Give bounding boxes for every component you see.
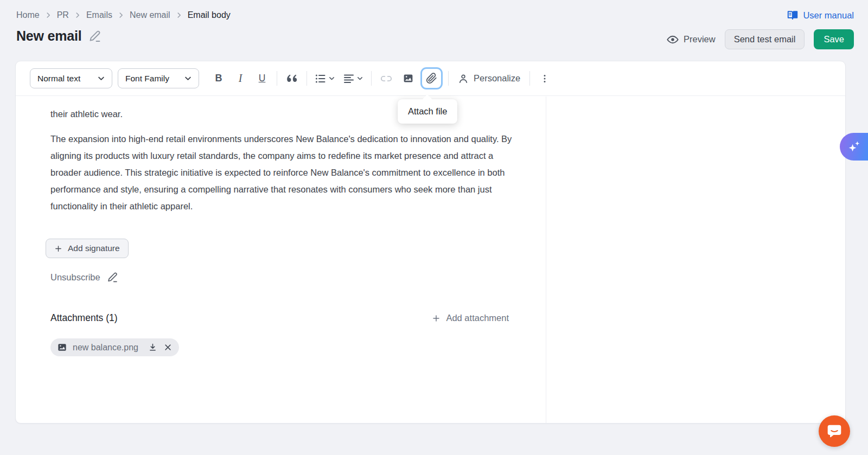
chevron-right-icon: [74, 12, 81, 18]
add-attachment-label: Add attachment: [446, 313, 509, 323]
breadcrumb-home[interactable]: Home: [16, 10, 40, 20]
chevron-right-icon: [118, 12, 124, 18]
plus-icon: [432, 314, 441, 323]
kebab-menu-icon: [539, 73, 550, 84]
eye-icon: [667, 34, 679, 46]
attachment-list: new balance.png: [50, 338, 546, 356]
paperclip-icon: [426, 73, 437, 84]
toolbar-divider: [277, 71, 277, 86]
download-icon: [148, 343, 157, 352]
toolbar-divider: [307, 71, 307, 86]
underline-button[interactable]: U: [251, 68, 273, 89]
text-align-button[interactable]: [339, 68, 367, 89]
unsubscribe-label: Unsubscribe: [50, 272, 100, 283]
email-editor-page: Home PR Emails New email Email body User…: [0, 0, 868, 455]
attach-file-button-active[interactable]: [420, 67, 443, 89]
personalize-label: Personalize: [474, 73, 520, 84]
unsubscribe-row: Unsubscribe: [50, 272, 546, 283]
send-test-email-button[interactable]: Send test email: [725, 29, 805, 49]
font-family-dropdown[interactable]: Font Family: [118, 68, 199, 88]
bullet-list-icon: [315, 73, 326, 84]
signature-row: Add signature: [46, 239, 546, 258]
font-family-value: Font Family: [125, 74, 169, 84]
insert-image-button[interactable]: [397, 68, 419, 89]
add-signature-button[interactable]: Add signature: [46, 239, 129, 258]
edit-unsubscribe-pencil-icon[interactable]: [107, 272, 118, 283]
edit-title-pencil-icon[interactable]: [88, 30, 101, 43]
chevron-down-icon: [329, 75, 335, 81]
personalize-button[interactable]: Personalize: [452, 73, 526, 84]
add-attachment-button[interactable]: Add attachment: [432, 313, 509, 323]
more-options-kebab-button[interactable]: [534, 68, 556, 89]
chat-bubble-icon: [826, 423, 843, 439]
image-icon: [403, 73, 414, 84]
breadcrumb-pr[interactable]: PR: [57, 10, 69, 20]
attachments-header: Attachments (1) Add attachment: [50, 312, 509, 324]
chevron-right-icon: [45, 12, 52, 18]
download-attachment-button[interactable]: [148, 343, 157, 352]
email-body-editor[interactable]: their athletic wear. The expansion into …: [16, 97, 546, 423]
breadcrumb-emails[interactable]: Emails: [86, 10, 112, 20]
user-manual-link[interactable]: User manual: [787, 9, 854, 21]
chat-widget-button[interactable]: [819, 415, 850, 447]
bold-button[interactable]: B: [208, 68, 229, 89]
plus-icon: [54, 245, 62, 253]
ai-assistant-button[interactable]: [840, 133, 868, 161]
title-row: New email: [16, 28, 101, 44]
book-icon: [787, 9, 799, 21]
attach-file-tooltip: Attach file: [398, 99, 457, 124]
image-file-icon: [57, 342, 67, 353]
editor-toolbar: Normal text Font Family B I U: [16, 61, 845, 96]
quote-icon: [286, 74, 297, 82]
close-icon: [164, 343, 172, 351]
sparkles-icon: [847, 139, 861, 154]
insert-link-button-disabled: [375, 68, 397, 89]
editor-right-panel: [546, 97, 845, 423]
chevron-down-icon: [357, 75, 363, 81]
preview-button[interactable]: Preview: [667, 34, 716, 46]
breadcrumb: Home PR Emails New email Email body: [16, 10, 231, 20]
page-title: New email: [16, 28, 81, 44]
toolbar-divider: [448, 71, 449, 86]
breadcrumb-new-email[interactable]: New email: [130, 10, 170, 20]
attachment-file-name: new balance.png: [73, 343, 138, 353]
italic-button[interactable]: I: [229, 68, 251, 89]
text-style-value: Normal text: [37, 74, 80, 84]
chevron-down-icon: [184, 75, 192, 82]
bullet-list-button[interactable]: [311, 68, 339, 89]
editor-content-area: their athletic wear. The expansion into …: [16, 97, 845, 423]
text-style-dropdown[interactable]: Normal text: [30, 68, 112, 88]
person-icon: [458, 73, 469, 84]
toolbar-divider: [529, 71, 530, 86]
preview-label: Preview: [684, 34, 716, 44]
header-actions: Preview Send test email Save: [667, 29, 854, 49]
attachments-title: Attachments (1): [50, 312, 118, 324]
link-icon: [380, 73, 392, 85]
toolbar-divider: [371, 71, 372, 86]
align-left-icon: [343, 73, 354, 84]
save-button[interactable]: Save: [814, 29, 854, 49]
chevron-down-icon: [98, 75, 105, 82]
add-signature-label: Add signature: [68, 243, 120, 253]
email-paragraph[interactable]: The expansion into high-end retail envir…: [50, 131, 514, 215]
blockquote-button[interactable]: [281, 68, 303, 89]
remove-attachment-button[interactable]: [164, 343, 172, 351]
breadcrumb-email-body: Email body: [188, 10, 231, 20]
user-manual-label: User manual: [803, 10, 854, 21]
attachment-chip: new balance.png: [50, 338, 179, 356]
chevron-right-icon: [176, 12, 182, 18]
